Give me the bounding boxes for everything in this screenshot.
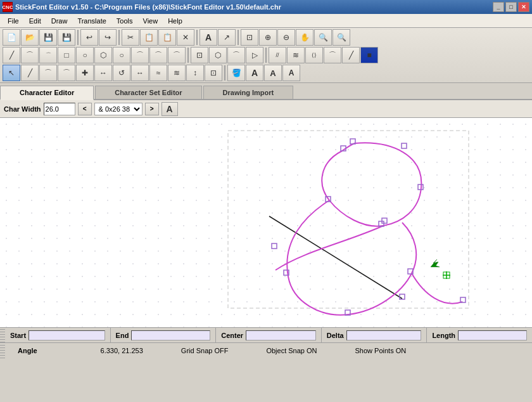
angle-tool[interactable]: ╱ xyxy=(342,47,360,63)
line-tool[interactable]: ╱ xyxy=(3,47,20,63)
angle-label: Angle xyxy=(18,347,37,354)
tab-drawing-import[interactable]: Drawing Import xyxy=(203,86,294,99)
pattern-tool[interactable]: ⬡ xyxy=(209,47,227,63)
grip-bar-2 xyxy=(0,343,5,358)
charwidth-input[interactable] xyxy=(44,103,75,115)
undo-button[interactable]: ↩ xyxy=(80,29,98,46)
copy-button[interactable]: 📋 xyxy=(140,29,158,46)
rotate-tool[interactable]: ↺ xyxy=(113,65,130,81)
zoom-out-button[interactable]: ⊖ xyxy=(277,29,295,46)
arc3-tool[interactable]: ⌒ xyxy=(149,47,167,63)
fill-tool[interactable]: ≋ xyxy=(287,47,305,63)
minimize-button[interactable]: _ xyxy=(493,2,504,12)
menu-edit[interactable]: Edit xyxy=(24,16,46,26)
menu-translate[interactable]: Translate xyxy=(72,16,111,26)
offset-tool[interactable]: ⊡ xyxy=(191,47,208,63)
char-select[interactable]: & 0x26 38 xyxy=(94,103,142,115)
zoom-sel-button[interactable]: 🔍 xyxy=(332,29,350,46)
select2-tool[interactable]: ↖ xyxy=(3,65,20,81)
split-tool[interactable]: ▷ xyxy=(246,47,263,63)
sep2 xyxy=(118,30,120,45)
svg-rect-5 xyxy=(177,118,532,327)
hatch-tool[interactable]: // xyxy=(269,47,286,63)
statusbar-top: Start End Center Delta Length xyxy=(0,328,532,343)
redo-button[interactable]: ↪ xyxy=(99,29,117,46)
rect-tool[interactable]: □ xyxy=(58,47,75,63)
toolbar-area: 📄 📂 💾 💾 ↩ ↪ ✂ 📋 📋 ✕ A ↗ ⊡ ⊕ ⊖ ✋ 🔍 🔍 ╱ ⌒ … xyxy=(0,28,532,83)
status-length: Length xyxy=(427,328,532,342)
pan-button[interactable]: ✋ xyxy=(296,29,314,46)
sep6 xyxy=(265,48,267,63)
start-value xyxy=(28,330,105,340)
tab-character-set-editor[interactable]: Character Set Editor xyxy=(95,86,201,99)
grid-tool[interactable]: ⊡ xyxy=(205,65,222,81)
zoom-fit-button[interactable]: 🔍 xyxy=(314,29,332,46)
node-tool[interactable]: ╱ xyxy=(21,65,39,81)
textB-tool[interactable]: A xyxy=(264,65,282,81)
saveas-button[interactable]: 💾 xyxy=(58,29,75,46)
textC-tool[interactable]: A xyxy=(282,65,300,81)
mirror-tool[interactable]: ⌒ xyxy=(227,47,245,63)
curve-tool[interactable]: ⌒ xyxy=(39,65,57,81)
start-label: Start xyxy=(10,332,26,339)
circle-tool[interactable]: ○ xyxy=(76,47,94,63)
char-icon-button[interactable]: A xyxy=(162,102,178,116)
left-panel[interactable] xyxy=(0,118,177,327)
stretch-tool[interactable]: ↕ xyxy=(186,65,204,81)
menu-draw[interactable]: Draw xyxy=(46,16,73,26)
menu-view[interactable]: View xyxy=(138,16,163,26)
fill2-tool[interactable]: ■ xyxy=(360,47,378,63)
scale-tool[interactable]: ↔ xyxy=(131,65,149,81)
zoom-box-button[interactable]: ⊡ xyxy=(241,29,258,46)
select-button[interactable]: ↗ xyxy=(218,29,236,46)
tab-character-editor[interactable]: Character Editor xyxy=(0,86,94,100)
save-button[interactable]: 💾 xyxy=(39,29,57,46)
arc-tool[interactable]: ⌒ xyxy=(21,47,39,63)
titlebar: CNC StickFont Editor v1.50 - C:\Program … xyxy=(0,0,532,14)
sep5 xyxy=(187,48,189,63)
curve2-tool[interactable]: ⌒ xyxy=(58,65,75,81)
cut-button[interactable]: ✂ xyxy=(122,29,139,46)
next-char-button[interactable]: > xyxy=(145,103,159,115)
crosshair-tool[interactable]: ✚ xyxy=(76,65,94,81)
textA-tool[interactable]: A xyxy=(246,65,263,81)
app-icon: CNC xyxy=(3,2,13,12)
text2-tool[interactable]: ⟨⟩ xyxy=(305,47,323,63)
grid-snap-status: Grid Snap OFF xyxy=(181,347,229,354)
polygon-tool[interactable]: ⬡ xyxy=(94,47,112,63)
bucket-tool[interactable]: 🪣 xyxy=(227,65,245,81)
svg-rect-2 xyxy=(0,118,177,327)
menu-file[interactable]: File xyxy=(3,16,24,26)
delta-label: Delta xyxy=(327,332,344,339)
left-canvas xyxy=(0,118,177,327)
zoom-in-button[interactable]: ⊕ xyxy=(259,29,277,46)
status-delta: Delta xyxy=(322,328,428,342)
extend-tool[interactable]: ≋ xyxy=(168,65,186,81)
titlebar-buttons: _ □ ✕ xyxy=(493,2,529,12)
maximize-button[interactable]: □ xyxy=(505,2,517,12)
new-button[interactable]: 📄 xyxy=(3,29,20,46)
ellipse-tool[interactable]: ○ xyxy=(113,47,130,63)
char-icon: A xyxy=(167,104,173,114)
move-tool[interactable]: ↔ xyxy=(94,65,112,81)
close-button[interactable]: ✕ xyxy=(518,2,529,12)
text-button[interactable]: A xyxy=(200,29,217,46)
arc2-tool[interactable]: ⌒ xyxy=(131,47,149,63)
right-panel[interactable] xyxy=(177,118,532,327)
open-button[interactable]: 📂 xyxy=(21,29,39,46)
statusbar: Start End Center Delta Length Angle 6.33… xyxy=(0,327,532,358)
menubar: File Edit Draw Translate Tools View Help xyxy=(0,14,532,28)
toolbar-row-1: 📄 📂 💾 💾 ↩ ↪ ✂ 📋 📋 ✕ A ↗ ⊡ ⊕ ⊖ ✋ 🔍 🔍 xyxy=(3,29,529,46)
toolbar-row-2: ╱ ⌒ ⌒ □ ○ ⬡ ○ ⌒ ⌒ ⌒ ⊡ ⬡ ⌒ ▷ // ≋ ⟨⟩ ⌒ ╱ … xyxy=(3,47,529,63)
delete-button[interactable]: ✕ xyxy=(177,29,194,46)
prev-char-button[interactable]: < xyxy=(78,103,92,115)
paste-button[interactable]: 📋 xyxy=(158,29,176,46)
titlebar-left: CNC StickFont Editor v1.50 - C:\Program … xyxy=(3,2,281,12)
tabs: Character Editor Character Set Editor Dr… xyxy=(0,83,532,100)
bezier-tool[interactable]: ⌒ xyxy=(39,47,57,63)
dim-tool[interactable]: ⌒ xyxy=(324,47,341,63)
trim-tool[interactable]: ≈ xyxy=(149,65,167,81)
menu-tools[interactable]: Tools xyxy=(111,16,138,26)
menu-help[interactable]: Help xyxy=(163,16,187,26)
arc4-tool[interactable]: ⌒ xyxy=(168,47,186,63)
